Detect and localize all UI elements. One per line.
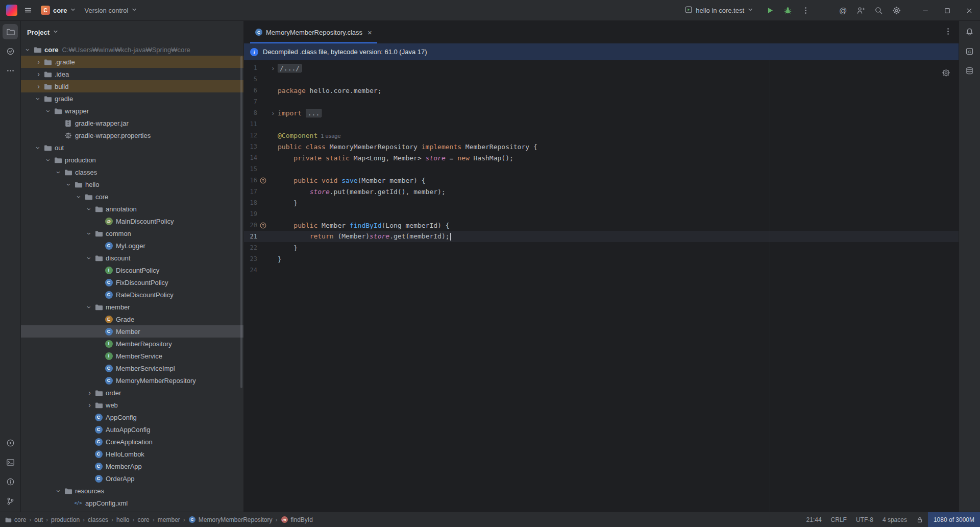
editor-settings-gear-icon[interactable] — [942, 68, 950, 79]
code-line[interactable]: 12@Component 1 usage — [244, 130, 959, 141]
collapse-chevron-icon[interactable]: › — [75, 193, 84, 201]
tree-item-.idea[interactable]: ›.idea — [21, 68, 243, 80]
terminal-icon[interactable] — [3, 454, 18, 470]
expand-chevron-icon[interactable]: › — [34, 82, 43, 91]
line-number[interactable]: 22 — [244, 244, 257, 251]
code-with-me-icon[interactable] — [852, 2, 869, 19]
breadcrumb-core[interactable]: core — [137, 516, 149, 523]
line-number[interactable]: 17 — [244, 188, 257, 195]
tree-item-hello[interactable]: ›hello — [21, 178, 243, 190]
tree-item-coreapplication[interactable]: CCoreApplication — [21, 436, 243, 448]
tree-item-hellolombok[interactable]: CHelloLombok — [21, 448, 243, 460]
line-number[interactable]: 18 — [244, 199, 257, 206]
expand-chevron-icon[interactable]: › — [85, 389, 94, 397]
expand-chevron-icon[interactable]: › — [85, 401, 94, 410]
implement-marker-icon[interactable] — [257, 177, 268, 184]
line-number[interactable]: 13 — [244, 143, 257, 150]
breadcrumb-core[interactable]: core — [4, 515, 26, 524]
collapse-chevron-icon[interactable]: › — [55, 168, 63, 177]
tree-item-discountpolicy[interactable]: IDiscountPolicy — [21, 264, 243, 276]
code-line[interactable]: 16 public void save(Member member) { — [244, 175, 959, 186]
collapse-chevron-icon[interactable]: › — [85, 229, 94, 238]
file-encoding[interactable]: UTF-8 — [851, 512, 878, 527]
tree-item-gradle[interactable]: ›gradle — [21, 92, 243, 105]
tree-item-out[interactable]: ›out — [21, 141, 243, 154]
breadcrumb-member[interactable]: member — [158, 516, 180, 523]
tree-item-classes[interactable]: ›classes — [21, 166, 243, 178]
tree-item-maindiscountpolicy[interactable]: @MainDiscountPolicy — [21, 215, 243, 227]
code-line[interactable]: 17 store.put(member.getId(), member); — [244, 186, 959, 197]
expand-chevron-icon[interactable]: › — [34, 70, 43, 79]
main-menu-icon[interactable] — [19, 2, 37, 19]
line-number[interactable]: 7 — [244, 98, 257, 105]
collapse-chevron-icon[interactable]: › — [55, 487, 63, 495]
fold-chevron-icon[interactable]: › — [268, 64, 278, 72]
settings-icon[interactable] — [888, 2, 905, 19]
cursor-position[interactable]: 21:44 — [802, 512, 826, 527]
code-line[interactable]: 21 return (Member)store.get(memberId); — [244, 231, 959, 242]
services-icon[interactable] — [3, 435, 18, 450]
indent-style[interactable]: 4 spaces — [878, 512, 912, 527]
minimize-icon[interactable] — [914, 0, 936, 21]
tree-item-web[interactable]: ›web — [21, 399, 243, 411]
line-number[interactable]: 15 — [244, 165, 257, 173]
tree-item-orderapp[interactable]: COrderApp — [21, 472, 243, 485]
code-line[interactable]: 8›import ... — [244, 107, 959, 118]
collapse-chevron-icon[interactable]: › — [34, 94, 43, 103]
tree-item-order[interactable]: ›order — [21, 387, 243, 399]
collapse-chevron-icon[interactable]: › — [85, 205, 94, 213]
tree-item-wrapper[interactable]: ›wrapper — [21, 105, 243, 117]
collapse-chevron-icon[interactable]: › — [34, 143, 43, 152]
collapse-chevron-icon[interactable]: › — [24, 45, 33, 54]
memory-indicator[interactable]: 1080 of 3000M — [928, 512, 980, 527]
problems-icon[interactable] — [3, 474, 18, 489]
tree-item-appconfig.xml[interactable]: </>appConfig.xml — [21, 497, 243, 509]
git-icon[interactable] — [3, 493, 18, 509]
project-icon[interactable] — [3, 24, 18, 39]
line-number[interactable]: 24 — [244, 267, 257, 274]
collapse-chevron-icon[interactable]: › — [85, 254, 94, 262]
tree-item-grade[interactable]: EGrade — [21, 313, 243, 325]
tree-item-.gradle[interactable]: ›.gradle — [21, 56, 243, 68]
more-horizontal-icon[interactable] — [3, 63, 18, 78]
line-number[interactable]: 23 — [244, 255, 257, 262]
tree-item-ratediscountpolicy[interactable]: CRateDiscountPolicy — [21, 289, 243, 301]
tree-item-member[interactable]: CMember — [21, 325, 243, 338]
breadcrumb-classes[interactable]: classes — [88, 516, 108, 523]
line-number[interactable]: 14 — [244, 154, 257, 161]
collapse-chevron-icon[interactable]: › — [65, 180, 74, 189]
tree-item-memberrepository[interactable]: IMemberRepository — [21, 338, 243, 350]
code-line[interactable]: 22 } — [244, 242, 959, 253]
tree-item-memberserviceimpl[interactable]: CMemberServiceImpl — [21, 362, 243, 374]
close-icon[interactable] — [958, 0, 980, 21]
line-number[interactable]: 16 — [244, 177, 257, 184]
gradle-icon[interactable]: G — [962, 43, 977, 59]
chevron-down-icon[interactable] — [53, 28, 59, 37]
code-line[interactable]: 13public class MemoryMemberRepository im… — [244, 141, 959, 152]
code-line[interactable]: 7 — [244, 96, 959, 107]
code-line[interactable]: 23} — [244, 253, 959, 265]
code-line[interactable]: 19 — [244, 208, 959, 220]
line-number[interactable]: 19 — [244, 210, 257, 218]
commit-icon[interactable] — [3, 43, 18, 59]
code-line[interactable]: 6package hello.core.member; — [244, 85, 959, 96]
code-line[interactable]: 24 — [244, 265, 959, 276]
fold-chevron-icon[interactable]: › — [268, 109, 278, 117]
maximize-icon[interactable] — [936, 0, 958, 21]
breadcrumb-hello[interactable]: hello — [116, 516, 129, 523]
code-line[interactable]: 18 } — [244, 197, 959, 208]
breadcrumb-memorymemberrepository[interactable]: CMemoryMemberRepository — [188, 515, 273, 524]
tree-item-core[interactable]: ›coreC:₩Users₩winwi₩kch-java₩Spring₩core — [21, 43, 243, 56]
code-line[interactable]: 15 — [244, 163, 959, 175]
line-number[interactable]: 6 — [244, 87, 257, 94]
breadcrumb-out[interactable]: out — [34, 516, 43, 523]
ai-assistant-icon[interactable]: @ — [835, 2, 851, 19]
code-line[interactable]: 11 — [244, 118, 959, 130]
implement-marker-icon[interactable] — [257, 222, 268, 229]
collapse-chevron-icon[interactable]: › — [85, 303, 94, 312]
tree-item-memberapp[interactable]: CMemberApp — [21, 460, 243, 472]
tree-item-common[interactable]: ›common — [21, 227, 243, 239]
tree-item-production[interactable]: ›production — [21, 154, 243, 166]
tree-item-gradle-wrapper.jar[interactable]: gradle-wrapper.jar — [21, 117, 243, 129]
code-line[interactable]: 20 public Member findById(Long memberId)… — [244, 220, 959, 231]
